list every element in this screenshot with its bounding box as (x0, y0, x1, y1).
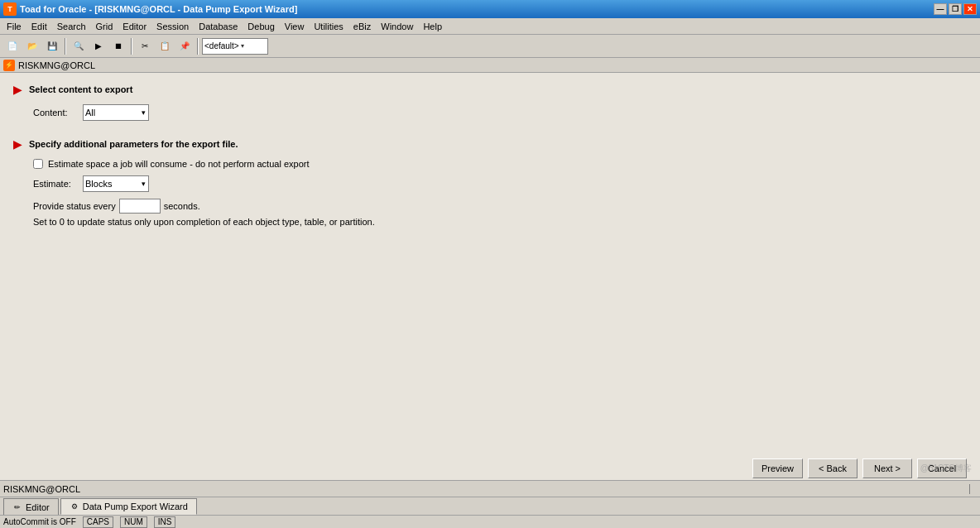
content-field-row: Content: All Data Only Metadata Only (33, 104, 967, 121)
app-icon: T (3, 2, 17, 16)
editor-tab-icon: ✏ (12, 502, 22, 512)
title-bar: T Toad for Oracle - [RISKMNG@ORCL - Data… (0, 0, 980, 18)
status-connection: RISKMNG@ORCL (3, 484, 970, 494)
section2-title: Specify additional parameters for the ex… (29, 139, 238, 149)
tab-bar: ✏ Editor ⚙ Data Pump Export Wizard (0, 497, 980, 515)
estimate-checkbox[interactable] (33, 159, 43, 169)
status-row: Provide status every seconds. (33, 199, 967, 214)
minimize-button[interactable]: — (934, 3, 947, 15)
menu-item-debug[interactable]: Debug (243, 20, 279, 33)
menu-item-file[interactable]: File (2, 20, 26, 33)
status-input[interactable] (119, 199, 161, 214)
menu-item-database[interactable]: Database (194, 20, 243, 33)
profile-label: <default> (204, 41, 239, 50)
content-label: Content: (33, 108, 83, 118)
datapump-tab-icon: ⚙ (70, 502, 79, 511)
tab-datapump[interactable]: ⚙ Data Pump Export Wizard (60, 498, 197, 515)
toolbar-new-btn[interactable]: 📄 (3, 37, 22, 55)
section1-arrow-icon: ▶ (13, 83, 22, 96)
estimate-checkbox-label: Estimate space a job will consume - do n… (48, 159, 309, 169)
menu-item-utilities[interactable]: Utilities (309, 20, 348, 33)
caps-indicator: CAPS (83, 516, 113, 528)
status-bar: RISKMNG@ORCL (0, 480, 980, 497)
status-note: Set to 0 to update status only upon comp… (33, 217, 967, 227)
toolbar: 📄 📂 💾 🔍 ▶ ⏹ ✂ 📋 📌 <default> ▾ (0, 35, 980, 58)
estimate-label: Estimate: (33, 179, 83, 189)
menu-item-editor[interactable]: Editor (118, 20, 151, 33)
close-button[interactable]: ✕ (963, 3, 977, 15)
menu-item-session[interactable]: Session (151, 20, 194, 33)
section2-header: ▶ Specify additional parameters for the … (13, 137, 967, 151)
toolbar-btn6[interactable]: 📋 (156, 37, 174, 55)
content-select-wrapper: All Data Only Metadata Only (83, 104, 149, 121)
breadcrumb-connection: RISKMNG@ORCL (18, 60, 95, 70)
restore-button[interactable]: ❐ (949, 3, 962, 15)
toolbar-sep2 (131, 38, 132, 55)
preview-button[interactable]: Preview (752, 458, 803, 478)
toolbar-btn3[interactable]: ▶ (89, 37, 108, 55)
window-title: Toad for Oracle - [RISKMNG@ORCL - Data P… (20, 4, 297, 14)
toolbar-sep3 (197, 38, 199, 55)
toolbar-btn2[interactable]: 🔍 (70, 37, 88, 55)
content-select[interactable]: All Data Only Metadata Only (83, 104, 149, 121)
menu-item-search[interactable]: Search (52, 20, 91, 33)
toolbar-btn5[interactable]: ✂ (136, 37, 154, 55)
menu-item-grid[interactable]: Grid (91, 20, 118, 33)
tab-datapump-label: Data Pump Export Wizard (83, 502, 188, 511)
breadcrumb-bar: ⚡ RISKMNG@ORCL (0, 58, 980, 73)
toolbar-btn7[interactable]: 📌 (175, 37, 194, 55)
title-bar-left: T Toad for Oracle - [RISKMNG@ORCL - Data… (3, 2, 297, 16)
app-icon-label: T (7, 5, 12, 13)
menu-item-help[interactable]: Help (418, 20, 447, 33)
wizard-section-1: ▶ Select content to export Content: All … (13, 83, 967, 121)
connection-icon: ⚡ (3, 60, 15, 71)
ins-indicator: INS (154, 516, 176, 528)
menu-item-edit[interactable]: Edit (26, 20, 52, 33)
menu-item-ebiz[interactable]: eBiz (348, 20, 376, 33)
num-indicator: NUM (120, 516, 147, 528)
tab-editor-label: Editor (26, 502, 50, 512)
back-button[interactable]: < Back (808, 458, 858, 478)
watermark: @51CTO博客 (920, 463, 972, 474)
section1-title: Select content to export (29, 84, 132, 94)
status-prefix: Provide status every (33, 201, 116, 211)
toolbar-sep1 (65, 38, 66, 55)
profile-dropdown[interactable]: <default> ▾ (202, 38, 268, 55)
menu-bar: FileEditSearchGridEditorSessionDatabaseD… (0, 18, 980, 35)
section2-arrow-icon: ▶ (13, 137, 22, 151)
bottom-bar: AutoCommit is OFF CAPS NUM INS (0, 515, 980, 528)
wizard-section-2: ▶ Specify additional parameters for the … (13, 137, 967, 227)
estimate-select-wrapper: Blocks Statistics (83, 175, 149, 192)
menu-item-view[interactable]: View (280, 20, 310, 33)
toolbar-save-btn[interactable]: 💾 (43, 37, 61, 55)
estimate-checkbox-row: Estimate space a job will consume - do n… (33, 159, 967, 169)
toolbar-open-btn[interactable]: 📂 (23, 37, 41, 55)
tab-editor[interactable]: ✏ Editor (3, 498, 59, 515)
next-button[interactable]: Next > (862, 458, 912, 478)
title-bar-controls: — ❐ ✕ (934, 3, 977, 15)
content-wrapper: ▶ Select content to export Content: All … (0, 73, 980, 528)
wizard-content: ▶ Select content to export Content: All … (0, 73, 980, 253)
estimate-field-row: Estimate: Blocks Statistics (33, 175, 967, 192)
profile-dropdown-arrow: ▾ (241, 42, 244, 50)
section1-header: ▶ Select content to export (13, 83, 967, 96)
status-suffix: seconds. (164, 201, 200, 211)
estimate-select[interactable]: Blocks Statistics (83, 175, 149, 192)
autocommit-indicator: AutoCommit is OFF (3, 517, 76, 526)
menu-item-window[interactable]: Window (376, 20, 418, 33)
toolbar-btn4[interactable]: ⏹ (109, 37, 127, 55)
